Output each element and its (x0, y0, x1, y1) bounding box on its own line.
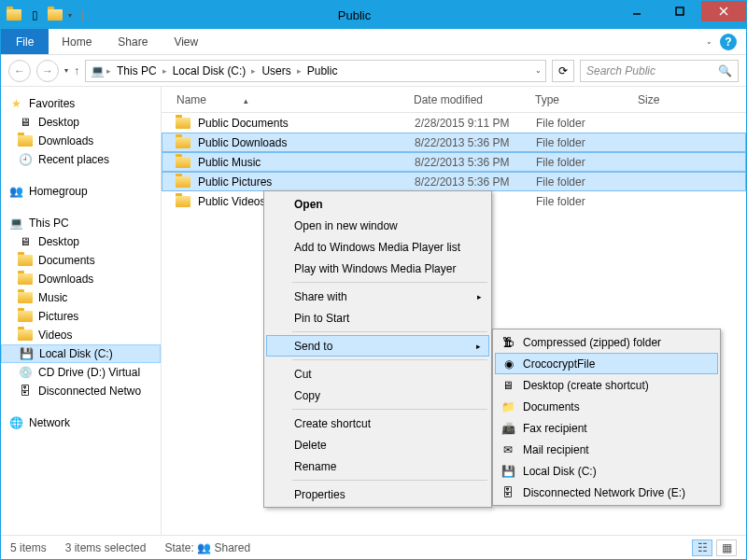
chevron-right-icon[interactable]: ▸ (251, 66, 256, 76)
menu-item[interactable]: Copy (266, 385, 489, 406)
menu-item[interactable]: Cut (266, 363, 489, 385)
crumb-thispc[interactable]: This PC (113, 64, 161, 77)
view-details-button[interactable]: ☷ (692, 539, 712, 556)
sidebar-item-recent[interactable]: 🕘Recent places (1, 150, 161, 169)
sidebar-item-localdisk[interactable]: 💾Local Disk (C:) (1, 344, 161, 363)
sidebar-favorites[interactable]: ★Favorites (1, 94, 161, 113)
breadcrumb[interactable]: 💻 ▸ This PC ▸ Local Disk (C:) ▸ Users ▸ … (85, 60, 546, 82)
column-name[interactable]: Name▴ (162, 93, 404, 106)
chevron-right-icon[interactable]: ▸ (297, 66, 302, 76)
refresh-button[interactable]: ⟳ (552, 60, 574, 82)
menu-item[interactable]: Open in new window (266, 215, 489, 236)
help-icon[interactable]: ? (720, 34, 737, 50)
row-name: Public Pictures (198, 175, 272, 189)
file-tab[interactable]: File (1, 29, 49, 54)
menu-item[interactable]: Add to Windows Media Player list (266, 236, 489, 258)
minimize-button[interactable] (615, 1, 658, 21)
menu-item[interactable]: Share with▸ (266, 286, 489, 307)
row-name: Public Videos (198, 195, 266, 208)
history-dropdown-icon[interactable]: ▾ (64, 66, 68, 75)
menu-separator (292, 480, 487, 481)
table-row[interactable]: Public Documents 2/28/2015 9:11 PM File … (162, 113, 746, 133)
close-button[interactable] (701, 1, 746, 21)
chevron-right-icon[interactable]: ▸ (106, 66, 111, 76)
table-row[interactable]: Public Music 8/22/2013 5:36 PM File fold… (162, 152, 746, 172)
sidebar-item-documents[interactable]: Documents (1, 251, 161, 270)
sidebar-item-netdrive[interactable]: 🗄Disconnected Netwo (1, 382, 161, 400)
sidebar-item-pictures[interactable]: Pictures (1, 307, 161, 326)
menu-item-label: Documents (523, 400, 580, 413)
status-item-count: 5 items (10, 541, 47, 554)
table-row[interactable]: Public Downloads 8/22/2013 5:36 PM File … (162, 133, 746, 152)
forward-button[interactable]: → (36, 60, 59, 82)
submenu-arrow-icon: ▸ (477, 292, 482, 301)
sidebar-item-music[interactable]: Music (1, 288, 161, 307)
crumb-public[interactable]: Public (303, 64, 342, 77)
menu-item[interactable]: Rename (266, 455, 489, 477)
sidebar-item-cddrive[interactable]: 💿CD Drive (D:) Virtual (1, 363, 161, 382)
sidebar-item-videos[interactable]: Videos (1, 326, 161, 344)
menu-item-label: CrococryptFile (523, 357, 595, 371)
pc-icon: 💻 (8, 216, 23, 231)
menu-item[interactable]: Delete (266, 434, 489, 455)
menu-item-label: Open (294, 198, 323, 211)
crumb-localdisk[interactable]: Local Disk (C:) (169, 64, 250, 77)
column-headers: Name▴ Date modified Type Size (162, 87, 746, 113)
view-large-button[interactable]: ▦ (716, 539, 737, 556)
menu-item[interactable]: 🗜Compressed (zipped) folder (495, 331, 718, 353)
menu-item[interactable]: Pin to Start (266, 307, 489, 329)
sidebar-item-desktop[interactable]: 🖥Desktop (1, 113, 161, 132)
menu-item[interactable]: 🖥Desktop (create shortcut) (495, 374, 718, 396)
titlebar[interactable]: ▯ ▾ | Public (1, 1, 746, 29)
menu-item-label: Fax recipient (523, 422, 587, 435)
music-icon (18, 290, 33, 305)
menu-item-label: Play with Windows Media Player (294, 262, 456, 275)
sidebar-thispc[interactable]: 💻This PC (1, 214, 161, 232)
fax-icon: 📠 (500, 421, 515, 436)
disk-icon: 💾 (19, 346, 34, 361)
menu-item-label: Properties (294, 488, 345, 501)
sidebar-item-downloads[interactable]: Downloads (1, 132, 161, 150)
table-row[interactable]: Public Pictures 8/22/2013 5:36 PM File f… (162, 172, 746, 191)
menu-item[interactable]: Open (266, 193, 489, 215)
row-type: File folder (527, 136, 629, 149)
menu-item-label: Rename (294, 460, 336, 473)
menu-item[interactable]: Play with Windows Media Player (266, 258, 489, 279)
menu-item[interactable]: Properties (266, 483, 489, 505)
sidebar: ★Favorites 🖥Desktop Downloads 🕘Recent pl… (1, 87, 162, 535)
tab-home[interactable]: Home (49, 30, 105, 54)
qat-properties-icon[interactable]: ▯ (27, 7, 42, 22)
back-button[interactable]: ← (8, 60, 31, 82)
netdrive-icon: 🗄 (18, 384, 33, 399)
ribbon-collapse-icon[interactable]: ⌄ (706, 37, 712, 46)
maximize-button[interactable] (658, 1, 701, 21)
menu-item[interactable]: 🗄Disconnected Network Drive (E:) (495, 482, 718, 503)
tab-share[interactable]: Share (105, 30, 161, 54)
chevron-right-icon[interactable]: ▸ (162, 66, 167, 76)
sidebar-item-desktop2[interactable]: 🖥Desktop (1, 232, 161, 251)
sidebar-homegroup[interactable]: 👥Homegroup (1, 182, 161, 201)
breadcrumb-dropdown-icon[interactable]: ⌄ (535, 66, 542, 75)
menu-item[interactable]: Send to▸ (266, 335, 489, 357)
menu-item-label: Open in new window (294, 219, 398, 232)
column-date[interactable]: Date modified (404, 93, 526, 106)
menu-item[interactable]: ✉Mail recipient (495, 439, 718, 460)
menu-item[interactable]: 📠Fax recipient (495, 417, 718, 439)
row-date: 8/22/2013 5:36 PM (405, 136, 527, 149)
tab-view[interactable]: View (161, 30, 211, 54)
sidebar-network[interactable]: 🌐Network (1, 413, 161, 432)
qat-newfolder-icon[interactable] (48, 7, 63, 22)
column-type[interactable]: Type (526, 93, 628, 106)
network-icon: 🌐 (8, 415, 23, 430)
crumb-users[interactable]: Users (258, 64, 294, 77)
search-placeholder: Search Public (586, 64, 718, 77)
menu-item[interactable]: 📁Documents (495, 396, 718, 417)
qat-dropdown-icon[interactable]: ▾ (68, 11, 72, 20)
search-input[interactable]: Search Public 🔍 (580, 60, 739, 82)
menu-item[interactable]: ◉CrococryptFile (495, 353, 718, 374)
menu-item[interactable]: Create shortcut (266, 413, 489, 434)
up-button[interactable]: ↑ (74, 64, 79, 77)
sidebar-item-downloads2[interactable]: Downloads (1, 270, 161, 288)
column-size[interactable]: Size (628, 93, 694, 106)
menu-item[interactable]: 💾Local Disk (C:) (495, 460, 718, 482)
